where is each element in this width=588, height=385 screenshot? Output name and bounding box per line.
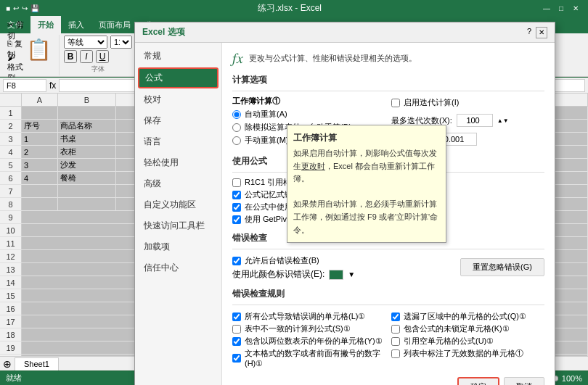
italic-btn[interactable]: I	[80, 50, 93, 63]
font-name-select[interactable]: 等线	[64, 36, 107, 49]
clipboard-tools: ✂ 剪切 ⎘ 复制 🖌 格式刷 📋	[7, 22, 54, 77]
err-rule-1: 所有公式导致错误调的单元格(L)①	[232, 311, 385, 322]
underline-btn[interactable]: U	[96, 50, 109, 63]
nav-item-language[interactable]: 语言	[135, 131, 221, 152]
workbook-calc-label: 工作簿计算①	[232, 96, 385, 107]
cell[interactable]	[58, 185, 116, 197]
error-rules-right: 遗漏了区域中的单元格的公式(Q)① 包含公式的未锁定单元格(K)① 引用空单元格…	[391, 310, 544, 370]
error-color-swatch[interactable]	[329, 270, 343, 280]
row-num: 16	[0, 302, 22, 315]
getpivot-checkbox[interactable]	[232, 215, 241, 224]
font-size-select[interactable]: 11	[110, 36, 132, 49]
row-num: 1	[0, 107, 22, 119]
font-group: 等线 11 B I U 字体	[60, 35, 137, 75]
err-rule-1-cb[interactable]	[232, 312, 241, 321]
max-iter-input[interactable]	[457, 114, 493, 127]
cell[interactable]: 沙发	[58, 159, 116, 171]
restore-btn[interactable]: □	[555, 2, 568, 14]
cell[interactable]: 1	[22, 133, 58, 145]
err-rule-4-cb[interactable]	[232, 354, 241, 363]
row-num: 18	[0, 328, 22, 341]
max-iter-spin[interactable]: ▲▼	[497, 117, 509, 124]
cell[interactable]: 4	[22, 172, 58, 184]
format-painter-tool[interactable]: 🖌 格式刷	[7, 59, 25, 77]
ok-button[interactable]: 确定	[457, 377, 499, 385]
error-rules-two-col: 所有公式导致错误调的单元格(L)① 表中不一致的计算列公式(S)① 包含以两位数…	[232, 310, 544, 370]
font-label: 字体	[91, 65, 105, 74]
nav-item-proofing[interactable]: 校对	[135, 89, 221, 110]
err-rule-7-label: 引用空单元格的公式(U)①	[404, 336, 494, 347]
cell[interactable]: 2	[22, 146, 58, 158]
err-rule-7: 引用空单元格的公式(U)①	[391, 336, 544, 347]
dialog-help-btn[interactable]: ?	[524, 27, 534, 38]
row-num: 13	[0, 263, 22, 276]
cell[interactable]: 书桌	[58, 133, 116, 145]
err-rule-5: 遗漏了区域中的单元格的公式(Q)①	[391, 311, 544, 322]
err-rule-6-cb[interactable]	[391, 325, 400, 334]
cell[interactable]: 商品名称	[58, 120, 116, 132]
radio-manual-input[interactable]	[232, 136, 241, 145]
table-names-checkbox[interactable]	[232, 203, 241, 212]
cancel-button[interactable]: 取消	[504, 377, 544, 385]
autocomplete-checkbox[interactable]	[232, 191, 241, 199]
bg-check-checkbox[interactable]	[232, 257, 241, 265]
tooltip-text: 如果启用自动计算，则影响公式值每次发生更改时，Excel 都会自动重新计算工作簿…	[293, 147, 440, 236]
minimize-btn[interactable]: —	[540, 2, 553, 14]
nav-item-advanced[interactable]: 高级	[135, 173, 221, 194]
dialog-close-btn[interactable]: ✕	[536, 27, 547, 38]
dialog-title-bar: Excel 选项 ? ✕	[135, 22, 555, 43]
cell[interactable]: 餐椅	[58, 172, 116, 184]
nav-item-formula[interactable]: 公式	[138, 67, 219, 88]
cell[interactable]: 3	[22, 159, 58, 171]
formula-divider: fx	[49, 80, 56, 91]
bold-btn[interactable]: B	[64, 50, 77, 63]
color-dropdown-icon[interactable]: ▼	[348, 270, 355, 278]
dialog-title-label: Excel 选项	[142, 27, 185, 37]
err-rule-5-cb[interactable]	[391, 312, 400, 321]
tab-insert[interactable]: 插入	[61, 16, 91, 33]
nav-item-customize-ribbon[interactable]: 自定义功能区	[135, 194, 221, 215]
radio-auto: 自动重算(A)	[232, 109, 385, 120]
r1c1-checkbox[interactable]	[232, 178, 241, 187]
err-rule-8-cb[interactable]	[391, 349, 400, 358]
reset-errors-btn[interactable]: 重置忽略错误(G)	[460, 258, 544, 276]
cell[interactable]	[22, 185, 58, 197]
cut-tool[interactable]: ✂ 剪切	[7, 22, 25, 39]
row-num: 10	[0, 224, 22, 236]
name-box[interactable]	[3, 79, 46, 92]
err-rule-3: 包含以两位数表示的年份的单元格(Y)①	[232, 336, 385, 347]
iterative-calc-label: 启用迭代计算(I)	[404, 97, 459, 108]
nav-item-general[interactable]: 常规	[135, 46, 221, 67]
tab-page-layout[interactable]: 页面布局	[91, 16, 138, 33]
nav-item-accessibility[interactable]: 轻松使用	[135, 152, 221, 173]
err-rule-1-label: 所有公式导致错误调的单元格(L)①	[245, 311, 365, 322]
cell[interactable]	[58, 107, 116, 119]
err-rule-2-cb[interactable]	[232, 325, 241, 334]
sheet-tab-sheet1[interactable]: Sheet1	[15, 357, 59, 370]
row-num: 12	[0, 250, 22, 262]
close-btn[interactable]: ✕	[569, 2, 582, 14]
iterative-calc-checkbox[interactable]	[391, 99, 400, 107]
add-sheet-btn[interactable]: ⊕	[0, 358, 15, 370]
paste-tool[interactable]: 📋	[26, 38, 52, 62]
cell[interactable]	[22, 107, 58, 119]
nav-item-trust-center[interactable]: 信任中心	[135, 257, 221, 278]
nav-item-quick-access[interactable]: 快速访问工具栏	[135, 215, 221, 236]
radio-except-tables-input[interactable]	[232, 123, 241, 132]
cell[interactable]	[22, 198, 58, 210]
radio-auto-input[interactable]	[232, 110, 241, 119]
nav-item-addins[interactable]: 加载项	[135, 236, 221, 257]
err-rule-4: 文本格式的数字或者前面有撇号的数字(H)①	[232, 348, 385, 368]
nav-item-save[interactable]: 保存	[135, 110, 221, 131]
cell[interactable]: 序号	[22, 120, 58, 132]
error-rules-left: 所有公式导致错误调的单元格(L)① 表中不一致的计算列公式(S)① 包含以两位数…	[232, 310, 385, 370]
err-rule-3-cb[interactable]	[232, 337, 241, 346]
err-rule-5-label: 遗漏了区域中的单元格的公式(Q)①	[404, 311, 526, 322]
cell[interactable]	[58, 198, 116, 210]
window-controls[interactable]: — □ ✕	[540, 2, 582, 14]
err-rule-7-cb[interactable]	[391, 337, 400, 346]
err-rule-8: 列表中标注了无效数据的单元格①	[391, 348, 544, 359]
row-num: 6	[0, 172, 22, 184]
error-rules-section: 错误检查规则 所有公式导致错误调的单元格(L)① 表中不一致的计算列公式(S)①	[232, 288, 544, 370]
cell[interactable]: 衣柜	[58, 146, 116, 158]
